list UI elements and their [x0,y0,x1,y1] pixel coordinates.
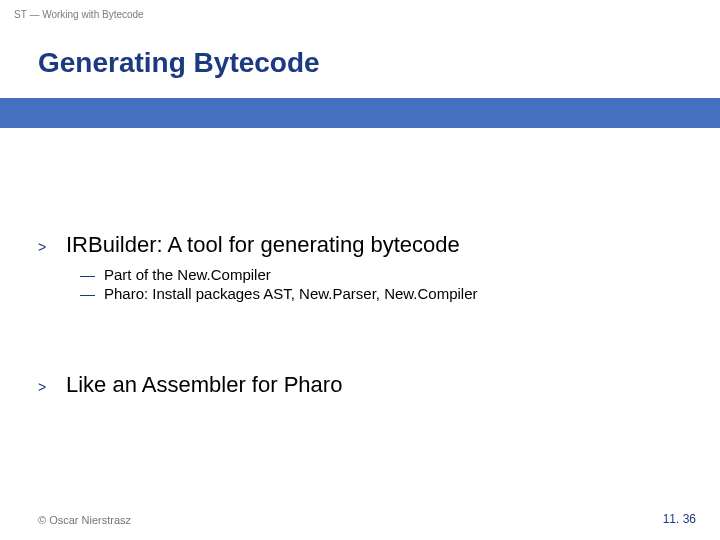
page-title: Generating Bytecode [38,47,320,79]
dash-icon: — [80,285,104,302]
sub-bullet-text: Pharo: Install packages AST, New.Parser,… [104,285,478,302]
footer-page-number: 11. 36 [663,512,696,526]
bullet-major-1: > IRBuilder: A tool for generating bytec… [38,232,690,302]
dash-icon: — [80,266,104,283]
bullet-major-2: > Like an Assembler for Pharo [38,372,690,398]
footer-copyright: © Oscar Nierstrasz [38,514,131,526]
sub-bullet-text: Part of the New.Compiler [104,266,271,283]
slide: ST — Working with Bytecode Generating By… [0,0,720,540]
bullet-major-text: Like an Assembler for Pharo [66,372,342,398]
chevron-icon: > [38,235,66,255]
content-area: > IRBuilder: A tool for generating bytec… [38,232,690,410]
breadcrumb: ST — Working with Bytecode [14,9,144,20]
bullet-row: > IRBuilder: A tool for generating bytec… [38,232,690,258]
sub-bullet: — Pharo: Install packages AST, New.Parse… [80,285,690,302]
sub-list: — Part of the New.Compiler — Pharo: Inst… [80,266,690,302]
chevron-icon: > [38,375,66,395]
sub-bullet: — Part of the New.Compiler [80,266,690,283]
accent-band [0,98,720,128]
bullet-major-text: IRBuilder: A tool for generating bytecod… [66,232,460,258]
bullet-row: > Like an Assembler for Pharo [38,372,690,398]
